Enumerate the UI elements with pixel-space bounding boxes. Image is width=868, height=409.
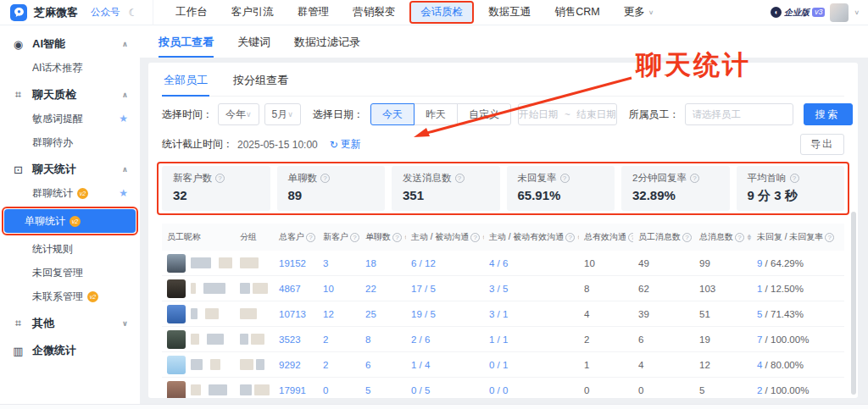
sort-icon[interactable]: ▲▼: [747, 234, 752, 240]
nav-item[interactable]: 工作台: [166, 3, 217, 22]
sidebar-group[interactable]: ⌗其他∨: [0, 312, 140, 335]
table-cell: 8: [579, 284, 633, 294]
sidebar-item[interactable]: 未回复管理: [0, 261, 140, 285]
dark-mode-icon[interactable]: ☾: [129, 7, 138, 19]
info-icon[interactable]: ?: [790, 174, 799, 183]
sidebar-item[interactable]: 群聊统计v2★: [0, 181, 140, 205]
sort-icon[interactable]: ▲▼: [577, 234, 579, 240]
table-cell[interactable]: 0: [318, 385, 360, 395]
page-tab[interactable]: 关键词: [237, 35, 270, 58]
info-icon[interactable]: ?: [215, 174, 225, 183]
account-chevron-down-icon[interactable]: ∨: [854, 9, 860, 16]
staff-select-input[interactable]: [685, 103, 793, 125]
star-icon[interactable]: ★: [119, 113, 128, 124]
nav-item[interactable]: 客户引流: [222, 3, 283, 22]
info-icon[interactable]: ?: [690, 174, 699, 183]
table-cell[interactable]: 22: [360, 284, 406, 294]
search-button[interactable]: 搜索: [804, 103, 853, 125]
sidebar-item[interactable]: 群聊待办: [0, 130, 140, 154]
table-cell[interactable]: 0 / 0: [484, 385, 579, 395]
table-cell[interactable]: 3 / 5: [484, 284, 579, 294]
table-cell[interactable]: 10713: [274, 309, 318, 319]
table-cell[interactable]: 5: [360, 385, 406, 395]
year-select[interactable]: 今年 ∨: [218, 103, 259, 125]
table-cell[interactable]: 18: [360, 258, 406, 268]
nav-item[interactable]: 数据互通: [479, 3, 540, 22]
nav-item[interactable]: 营销裂变: [343, 3, 404, 22]
date-quick-button[interactable]: 自定义: [457, 103, 511, 125]
sidebar-group[interactable]: ▥企微统计: [0, 339, 140, 362]
info-icon[interactable]: ?: [392, 233, 402, 242]
table-cell[interactable]: 3 / 1: [484, 309, 579, 319]
table-row[interactable]: 191523186 / 124 / 61049999 / 64.29%: [162, 251, 844, 276]
sidebar-item[interactable]: 未联系管理v2: [0, 285, 140, 308]
date-quick-button[interactable]: 昨天: [414, 103, 458, 125]
info-icon[interactable]: ?: [825, 233, 834, 242]
info-icon[interactable]: ?: [560, 174, 570, 183]
table-cell[interactable]: 12: [318, 309, 360, 319]
sidebar-item[interactable]: 统计规则: [0, 237, 140, 261]
table-cell[interactable]: 1 / 4: [406, 360, 484, 370]
table-row[interactable]: 9292261 / 40 / 114124 / 80.00%: [162, 352, 844, 378]
table-cell[interactable]: 0 / 1: [484, 360, 579, 370]
table-cell[interactable]: 10: [318, 284, 360, 294]
info-icon[interactable]: ?: [350, 233, 359, 242]
user-avatar[interactable]: [830, 3, 849, 22]
table-cell[interactable]: 8: [360, 334, 406, 345]
table-cell[interactable]: 3523: [274, 334, 318, 345]
table-cell[interactable]: 17 / 5: [406, 284, 484, 294]
sidebar-item[interactable]: 单聊统计v2: [4, 209, 136, 233]
page-tab[interactable]: 数据过滤记录: [294, 35, 360, 58]
table-cell[interactable]: 2: [318, 334, 360, 345]
table-cell[interactable]: 17991: [274, 385, 318, 395]
table-row[interactable]: 3523282 / 61 / 126197 / 100.00%: [162, 327, 844, 352]
table-cell[interactable]: 3: [318, 258, 360, 268]
sort-icon[interactable]: ▲▼: [404, 234, 406, 240]
table-row[interactable]: 17991050 / 50 / 00052 / 100.00%: [162, 378, 844, 398]
horizontal-scrollbar-track[interactable]: [0, 404, 868, 409]
table-row[interactable]: 4867102217 / 53 / 58621031 / 12.50%: [162, 276, 844, 301]
nav-item-more[interactable]: 更多 ∨: [615, 3, 664, 22]
info-icon[interactable]: ?: [735, 233, 744, 242]
table-cell[interactable]: 0 / 5: [406, 385, 484, 395]
date-range-input[interactable]: 开始日期 ~ 结束日期: [518, 103, 617, 125]
date-quick-button[interactable]: 今天: [370, 103, 415, 125]
table-cell[interactable]: 4867: [274, 284, 318, 294]
table-cell[interactable]: 25: [360, 309, 406, 319]
sidebar-group[interactable]: ⌗聊天质检∧: [0, 83, 140, 107]
table-cell[interactable]: 2: [318, 360, 360, 370]
info-icon[interactable]: ?: [470, 233, 480, 242]
page-tab[interactable]: 按员工查看: [159, 35, 214, 58]
table-cell[interactable]: 4 / 6: [484, 258, 579, 268]
month-select[interactable]: 5月 ∨: [264, 103, 301, 125]
sidebar-group[interactable]: ◉AI智能∧: [0, 32, 140, 56]
plan-badge[interactable]: ◖ 企业版 v3: [771, 7, 826, 19]
table-cell[interactable]: 6: [360, 360, 406, 370]
info-icon[interactable]: ?: [565, 233, 575, 242]
nav-item[interactable]: 会话质检: [411, 3, 472, 22]
table-cell[interactable]: 19152: [274, 258, 318, 268]
table-cell[interactable]: 9292: [274, 360, 318, 370]
view-tab[interactable]: 按分组查看: [231, 69, 290, 96]
star-icon[interactable]: ★: [119, 187, 128, 199]
vertical-scrollbar[interactable]: [851, 212, 856, 395]
nav-item[interactable]: 群管理: [288, 3, 339, 22]
sidebar-item[interactable]: 敏感词提醒★: [0, 107, 140, 130]
table-row[interactable]: 10713122519 / 53 / 1439515 / 71.43%: [162, 301, 844, 327]
table-cell[interactable]: 19 / 5: [406, 309, 484, 319]
nav-item[interactable]: 销售CRM: [545, 3, 609, 22]
sidebar-group[interactable]: ⊡聊天统计∧: [0, 158, 140, 181]
refresh-link[interactable]: ↻ 更新: [330, 137, 361, 152]
table-cell[interactable]: 6 / 12: [406, 258, 484, 268]
sidebar-item[interactable]: AI话术推荐: [0, 56, 140, 80]
table-cell[interactable]: 1 / 1: [484, 334, 579, 345]
view-tab[interactable]: 全部员工: [162, 69, 209, 96]
info-icon[interactable]: ?: [320, 174, 330, 183]
info-icon[interactable]: ?: [455, 174, 465, 183]
official-account-link[interactable]: 公众号: [91, 6, 120, 19]
sort-icon[interactable]: ▲▼: [482, 234, 484, 240]
table-cell[interactable]: 2 / 6: [406, 334, 484, 345]
info-icon[interactable]: ?: [682, 233, 692, 242]
info-icon[interactable]: ?: [306, 233, 315, 242]
export-button[interactable]: 导出: [800, 134, 844, 155]
